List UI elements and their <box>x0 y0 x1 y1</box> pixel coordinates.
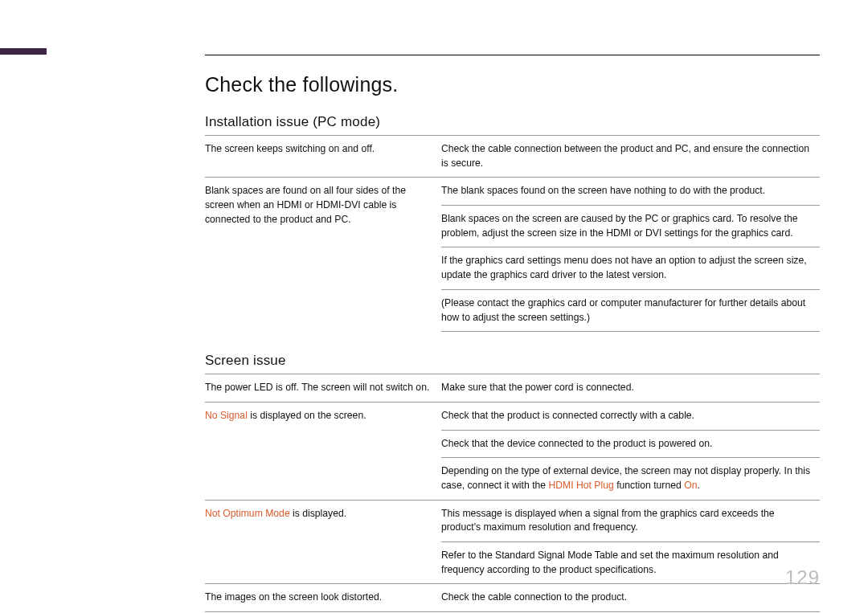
solution-cell: Check the cable connection between the p… <box>441 136 820 178</box>
text: Check that the device connected to the p… <box>441 438 712 449</box>
solution-cell: Refer to the Standard Signal Mode Table … <box>441 542 820 584</box>
table-row: Blank spaces are found on all four sides… <box>205 178 820 206</box>
text: Check the cable connection between the p… <box>441 143 809 169</box>
solution-cell: Blank spaces on the screen are caused by… <box>441 206 820 247</box>
text: Make sure that the power cord is connect… <box>441 382 634 393</box>
text: If the graphics card settings menu does … <box>441 255 807 280</box>
highlight-text: No Signal <box>205 410 248 421</box>
page-number: 129 <box>785 566 820 589</box>
text: is displayed on the screen. <box>248 410 366 421</box>
text: The blank spaces found on the screen hav… <box>441 185 765 196</box>
section-title: Screen issue <box>205 353 820 369</box>
solution-cell: If the graphics card settings menu does … <box>441 247 820 289</box>
table-row: The images on the screen look distorted.… <box>205 584 820 612</box>
solution-cell: The blank spaces found on the screen hav… <box>441 178 820 206</box>
solution-cell: (Please contact the graphics card or com… <box>441 289 820 331</box>
chapter-tab <box>0 48 47 55</box>
document-page: Check the followings. Installation issue… <box>0 0 868 613</box>
highlight-text: On <box>684 480 697 491</box>
text: The screen keeps switching on and off. <box>205 143 375 154</box>
solution-cell: Check the cable connection to the produc… <box>441 584 820 612</box>
table-row: The power LED is off. The screen will no… <box>205 374 820 403</box>
troubleshoot-table: The power LED is off. The screen will no… <box>205 374 820 612</box>
text: The power LED is off. The screen will no… <box>205 382 429 393</box>
page-title: Check the followings. <box>205 73 820 96</box>
table-row: Not Optimum Mode is displayed.This messa… <box>205 500 820 541</box>
table-row: The screen keeps switching on and off.Ch… <box>205 136 820 178</box>
troubleshoot-table: The screen keeps switching on and off.Ch… <box>205 135 820 332</box>
top-rule <box>205 55 820 55</box>
section: Installation issue (PC mode)The screen k… <box>205 114 820 332</box>
section-title: Installation issue (PC mode) <box>205 114 820 130</box>
issue-cell: No Signal is displayed on the screen. <box>205 402 441 500</box>
issue-cell: Not Optimum Mode is displayed. <box>205 500 441 584</box>
text: function turned <box>614 480 684 491</box>
issue-cell: Blank spaces are found on all four sides… <box>205 178 441 332</box>
text: is displayed. <box>290 508 346 519</box>
highlight-text: Not Optimum Mode <box>205 508 290 519</box>
solution-cell: Check that the product is connected corr… <box>441 402 820 430</box>
text: Refer to the Standard Signal Mode Table … <box>441 550 779 575</box>
highlight-text: HDMI Hot Plug <box>548 480 613 491</box>
text: This message is displayed when a signal … <box>441 508 775 533</box>
content-area: Check the followings. Installation issue… <box>205 73 820 612</box>
text: Blank spaces are found on all four sides… <box>205 185 406 224</box>
text: (Please contact the graphics card or com… <box>441 297 805 323</box>
text: The images on the screen look distorted. <box>205 591 382 603</box>
solution-cell: This message is displayed when a signal … <box>441 500 820 541</box>
issue-cell: The power LED is off. The screen will no… <box>205 374 441 403</box>
text: Blank spaces on the screen are caused by… <box>441 213 798 239</box>
solution-cell: Check that the device connected to the p… <box>441 430 820 458</box>
text: Check that the product is connected corr… <box>441 410 694 421</box>
solution-cell: Make sure that the power cord is connect… <box>441 374 820 403</box>
text: . <box>697 480 699 491</box>
table-row: No Signal is displayed on the screen.Che… <box>205 402 820 430</box>
issue-cell: The images on the screen look distorted. <box>205 584 441 612</box>
issue-cell: The screen keeps switching on and off. <box>205 136 441 178</box>
text: Check the cable connection to the produc… <box>441 591 627 603</box>
section: Screen issueThe power LED is off. The sc… <box>205 353 820 612</box>
solution-cell: Depending on the type of external device… <box>441 458 820 500</box>
